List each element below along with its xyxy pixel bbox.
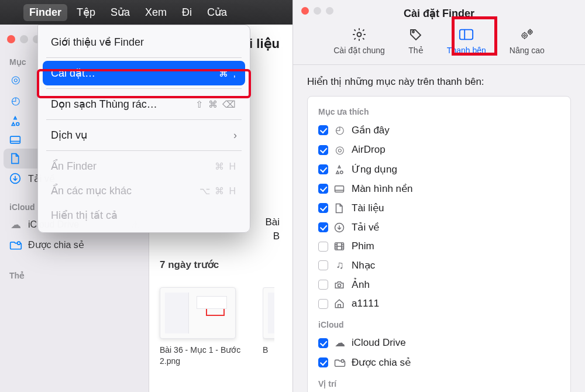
tab-label: Cài đặt chung bbox=[333, 46, 385, 55]
checkbox[interactable] bbox=[318, 125, 328, 135]
chevron-right-icon: › bbox=[233, 129, 237, 142]
camera-icon bbox=[334, 280, 346, 290]
airdrop-icon: ◎ bbox=[9, 73, 22, 86]
menu-item-about-finder[interactable]: Giới thiệu về Finder bbox=[43, 30, 245, 54]
menubar: Finder Tệp Sửa Xem Đi Cửa bbox=[0, 0, 292, 25]
svg-rect-0 bbox=[11, 136, 20, 143]
checkbox[interactable] bbox=[318, 184, 328, 194]
pref-label: Phim bbox=[352, 240, 374, 252]
download-icon bbox=[9, 173, 22, 184]
checkbox[interactable] bbox=[318, 222, 328, 232]
gear-icon bbox=[352, 27, 367, 42]
pref-label: Tài liệu bbox=[352, 202, 384, 214]
settings-traffic-lights[interactable] bbox=[301, 7, 333, 15]
sidebar-prefs-box: Mục ưa thích ◴Gần đây ◎AirDrop Ứng dụng … bbox=[307, 96, 571, 392]
settings-title: Cài đặt Finder bbox=[293, 6, 585, 26]
checkbox[interactable] bbox=[318, 280, 328, 290]
checkbox[interactable] bbox=[318, 260, 328, 270]
home-icon bbox=[334, 298, 346, 309]
pref-item-movies[interactable]: Phim bbox=[317, 237, 561, 256]
file-thumbnail bbox=[160, 287, 236, 339]
close-dot-icon[interactable] bbox=[301, 7, 309, 15]
tag-icon bbox=[408, 27, 424, 42]
pref-item-documents[interactable]: Tài liệu bbox=[317, 198, 561, 218]
pref-item-apps[interactable]: Ứng dụng bbox=[317, 160, 561, 179]
menu-item-settings[interactable]: Cài đặt…⌘ , bbox=[43, 61, 245, 85]
zoom-dot-icon bbox=[326, 7, 333, 15]
movie-icon bbox=[334, 242, 346, 251]
menu-item-label: Giới thiệu về Finder bbox=[51, 36, 144, 49]
svg-point-9 bbox=[528, 30, 532, 34]
pref-label: Nhạc bbox=[352, 259, 375, 271]
pref-item-icloud-drive[interactable]: ☁iCloud Drive bbox=[317, 333, 561, 353]
pref-item-recents[interactable]: ◴Gần đây bbox=[317, 120, 561, 140]
finder-drop-menu: Giới thiệu về Finder Cài đặt…⌘ , Dọn sạc… bbox=[37, 25, 250, 233]
checkbox[interactable] bbox=[318, 338, 328, 348]
checkbox[interactable] bbox=[318, 203, 328, 213]
menu-shortcut: ⌥ ⌘ H bbox=[199, 185, 237, 197]
svg-point-8 bbox=[524, 35, 525, 36]
cloud-icon: ☁ bbox=[334, 336, 346, 349]
checkbox[interactable] bbox=[318, 357, 328, 367]
menubar-item-window[interactable]: Cửa bbox=[201, 4, 233, 21]
menubar-item-finder[interactable]: Finder bbox=[23, 4, 67, 21]
apps-icon bbox=[9, 115, 22, 127]
tab-tags[interactable]: Thẻ bbox=[406, 26, 426, 56]
svg-rect-5 bbox=[460, 30, 473, 40]
settings-tabs: Cài đặt chung Thẻ Thanh bên Nâng cao bbox=[293, 26, 585, 65]
file-item[interactable]: Bài 36 - Mục 1 - Bước 2.png bbox=[160, 287, 242, 367]
menubar-item-edit[interactable]: Sửa bbox=[105, 4, 136, 21]
pref-item-airdrop[interactable]: ◎AirDrop bbox=[317, 140, 561, 160]
menu-shortcut: ⇧ ⌘ ⌫ bbox=[195, 99, 237, 110]
document-icon bbox=[334, 203, 346, 214]
menubar-item-file[interactable]: Tệp bbox=[71, 4, 101, 21]
shared-folder-icon bbox=[334, 358, 346, 367]
file-thumbnail bbox=[263, 287, 274, 339]
pref-item-pictures[interactable]: Ảnh bbox=[317, 275, 561, 294]
document-icon bbox=[9, 153, 22, 164]
tab-label: Nâng cao bbox=[510, 46, 545, 55]
checkbox[interactable] bbox=[318, 299, 328, 309]
shared-folder-icon bbox=[9, 240, 22, 250]
tab-general[interactable]: Cài đặt chung bbox=[331, 26, 387, 56]
minimize-dot-icon bbox=[314, 7, 321, 15]
checkbox[interactable] bbox=[318, 145, 328, 155]
pref-label: Tải về bbox=[352, 221, 379, 233]
prefs-section-icloud: iCloud bbox=[317, 318, 561, 333]
pref-item-home[interactable]: a1111 bbox=[317, 294, 561, 313]
menu-item-services[interactable]: Dịch vụ› bbox=[43, 123, 245, 147]
cloud-icon: ☁ bbox=[9, 218, 22, 231]
settings-heading: Hiển thị những mục này trên thanh bên: bbox=[307, 75, 571, 96]
svg-point-15 bbox=[341, 359, 344, 362]
menubar-item-view[interactable]: Xem bbox=[139, 4, 173, 21]
time-group-label: 7 ngày trước bbox=[160, 255, 282, 271]
file-item[interactable]: B bbox=[263, 287, 274, 367]
checkbox[interactable] bbox=[318, 164, 328, 174]
menu-item-label: Ẩn Finder bbox=[51, 160, 97, 173]
pref-item-shared[interactable]: Được chia sẻ bbox=[317, 353, 561, 372]
pref-label: Ứng dụng bbox=[352, 163, 397, 176]
svg-rect-11 bbox=[335, 185, 344, 192]
menu-shortcut: ⌘ H bbox=[215, 161, 237, 172]
sidebar-section-tags: Thẻ bbox=[4, 267, 145, 283]
checkbox[interactable] bbox=[318, 242, 328, 252]
menu-item-label: Hiển thị tất cả bbox=[51, 209, 118, 222]
file-name: Bài 36 - Mục 1 - Bước 2.png bbox=[160, 345, 242, 367]
tab-advanced[interactable]: Nâng cao bbox=[507, 26, 547, 56]
svg-point-4 bbox=[412, 31, 414, 33]
close-dot-icon[interactable] bbox=[7, 35, 15, 43]
pref-label: iCloud Drive bbox=[352, 337, 406, 349]
airdrop-icon: ◎ bbox=[334, 143, 346, 156]
pref-item-desktop[interactable]: Màn hình nền bbox=[317, 179, 561, 198]
pref-item-downloads[interactable]: Tải về bbox=[317, 218, 561, 237]
tab-sidebar[interactable]: Thanh bên bbox=[445, 26, 488, 56]
pref-label: Ảnh bbox=[352, 278, 370, 291]
menubar-item-go[interactable]: Đi bbox=[176, 4, 198, 21]
sidebar-item-shared[interactable]: Được chia sẻ bbox=[4, 235, 145, 255]
pref-label: a1111 bbox=[352, 298, 379, 310]
pref-item-music[interactable]: ♫Nhạc bbox=[317, 256, 561, 275]
minimize-dot-icon[interactable] bbox=[20, 35, 28, 43]
menu-item-hide-finder: Ẩn Finder⌘ H bbox=[43, 154, 245, 178]
menu-item-empty-trash[interactable]: Dọn sạch Thùng rác…⇧ ⌘ ⌫ bbox=[43, 92, 245, 116]
svg-point-14 bbox=[338, 284, 340, 287]
